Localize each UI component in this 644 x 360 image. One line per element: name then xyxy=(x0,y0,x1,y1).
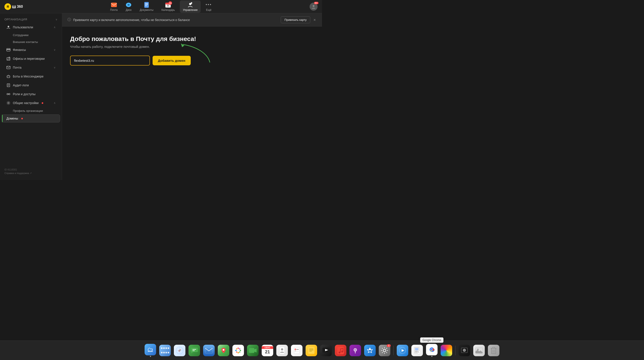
nav-disk-label: Диск xyxy=(126,8,132,11)
disk-nav-icon xyxy=(126,2,132,8)
sidebar-org-header[interactable]: Организация ∨ xyxy=(0,16,62,23)
svg-point-2 xyxy=(128,4,130,6)
sidebar-users-label: Пользователи xyxy=(13,25,33,29)
banner-info-icon: ⓘ xyxy=(68,17,71,22)
notification-badge: 99+ xyxy=(314,2,318,4)
external-label: Внешние контакты xyxy=(13,40,38,44)
svg-text:21: 21 xyxy=(167,4,170,7)
settings-red-dot xyxy=(42,102,43,104)
sidebar-org-chevron: ∨ xyxy=(56,18,58,21)
settings-sidebar-icon xyxy=(6,101,11,105)
svg-rect-19 xyxy=(7,66,10,69)
calendar-badge: 21 xyxy=(168,1,172,5)
info-banner: ⓘ Привяжите карту и включите автопополне… xyxy=(62,13,322,26)
sidebar-item-bots[interactable]: Боты в Мессенджере xyxy=(2,72,60,81)
sidebar-item-audit[interactable]: Аудит-логи xyxy=(2,81,60,89)
roles-icon xyxy=(6,92,11,96)
sidebar-item-external[interactable]: Внешние контакты xyxy=(2,39,60,45)
svg-point-13 xyxy=(8,26,9,27)
sidebar-users-chevron: ∧ xyxy=(54,26,56,29)
sidebar-help-link[interactable]: Справка и поддержка xyxy=(4,172,29,175)
sidebar-item-offices[interactable]: Офисы и переговорки xyxy=(2,54,60,63)
domain-input[interactable] xyxy=(70,56,150,66)
svg-rect-0 xyxy=(111,3,117,7)
svg-rect-20 xyxy=(7,75,10,78)
nav-more-label: Ещё xyxy=(206,8,212,11)
svg-rect-22 xyxy=(9,76,9,77)
mail-nav-icon xyxy=(111,2,117,8)
sidebar-offices-label: Офисы и переговорки xyxy=(13,57,44,60)
sidebar-item-roles[interactable]: Роли и доступы xyxy=(2,90,60,98)
domains-label: Домены xyxy=(6,117,18,120)
offices-icon xyxy=(6,56,11,61)
sidebar-item-org-profile[interactable]: Профиль организации xyxy=(2,108,60,114)
sidebar-item-finance[interactable]: Финансы ∨ xyxy=(2,46,60,54)
nav-calendar[interactable]: 21 21 Календарь xyxy=(158,0,178,13)
docs-nav-icon xyxy=(144,2,150,8)
welcome-title: Добро пожаловать в Почту для бизнеса! xyxy=(70,35,314,42)
sidebar-item-domains[interactable]: Домены xyxy=(2,114,60,122)
logo-360: 360 xyxy=(17,5,23,9)
sidebar-mail-chevron: ∨ xyxy=(54,66,56,69)
logo[interactable]: Я ш 360 xyxy=(4,3,31,10)
sidebar-settings-chevron: ∧ xyxy=(54,101,56,105)
main-content: ⓘ Привяжите карту и включите автопополне… xyxy=(62,13,322,180)
nav-more[interactable]: ••• Ещё xyxy=(202,0,215,13)
main-layout: Организация ∨ Пользователи ∧ Сотрудники … xyxy=(0,13,322,180)
sidebar: Организация ∨ Пользователи ∧ Сотрудники … xyxy=(0,13,62,180)
svg-point-31 xyxy=(9,93,10,95)
sidebar-item-settings[interactable]: Общие настройки ∧ xyxy=(2,99,60,107)
banner-text: Привяжите карту и включите автопополнени… xyxy=(73,18,278,22)
sidebar-settings-label: Общие настройки xyxy=(13,101,38,105)
nav-docs[interactable]: Документы xyxy=(136,0,156,13)
svg-point-12 xyxy=(313,5,314,7)
users-icon xyxy=(6,25,11,29)
nav-right: 99+ xyxy=(310,3,318,11)
finance-icon xyxy=(6,48,11,52)
nav-disk[interactable]: Диск xyxy=(122,0,135,13)
employees-label: Сотрудники xyxy=(13,33,28,37)
svg-rect-15 xyxy=(7,49,10,50)
active-indicator xyxy=(2,115,3,122)
domains-red-dot xyxy=(21,118,23,119)
domain-input-row: Добавить домен xyxy=(70,56,314,66)
nav-manage[interactable]: Управление xyxy=(180,0,201,13)
nav-manage-label: Управление xyxy=(183,8,198,11)
sidebar-finance-label: Финансы xyxy=(13,48,26,52)
attach-card-button[interactable]: Привязать карту xyxy=(281,16,310,23)
welcome-subtitle: Чтобы начать работу, подключите почтовый… xyxy=(70,45,314,48)
user-avatar-container[interactable]: 99+ xyxy=(310,3,318,11)
sidebar-bots-label: Боты в Мессенджере xyxy=(13,75,44,78)
sidebar-item-mail[interactable]: Почта ∨ xyxy=(2,63,60,72)
sidebar-id: ID 8118301 xyxy=(4,168,58,171)
audit-icon xyxy=(6,83,11,87)
org-profile-label: Профиль организации xyxy=(13,109,43,113)
calendar-nav-icon: 21 21 xyxy=(165,2,171,8)
svg-point-11 xyxy=(191,2,192,3)
sidebar-roles-label: Роли и доступы xyxy=(13,92,36,96)
welcome-section: Добро пожаловать в Почту для бизнеса! Чт… xyxy=(62,26,322,71)
more-nav-icon: ••• xyxy=(206,2,212,8)
nav-calendar-label: Календарь xyxy=(162,8,175,11)
logo-ya: Я xyxy=(4,3,11,10)
top-nav: Я ш 360 Почта Диск Документы xyxy=(0,0,322,13)
bots-icon xyxy=(6,74,11,79)
sidebar-footer: ID 8118301 Справка и поддержка ↗ xyxy=(0,166,62,177)
manage-nav-icon xyxy=(187,2,194,8)
add-domain-button[interactable]: Добавить домен xyxy=(152,56,191,65)
svg-point-30 xyxy=(7,93,8,95)
sidebar-audit-label: Аудит-логи xyxy=(13,83,29,87)
sidebar-org-label: Организация xyxy=(4,18,27,21)
sidebar-item-users[interactable]: Пользователи ∧ xyxy=(2,23,60,31)
sidebar-mail-label: Почта xyxy=(13,66,22,69)
nav-docs-label: Документы xyxy=(140,8,154,11)
svg-rect-21 xyxy=(8,76,8,77)
banner-close-button[interactable]: × xyxy=(312,17,317,23)
nav-mail[interactable]: Почта xyxy=(107,0,121,13)
top-nav-items: Почта Диск Документы 21 21 Календарь xyxy=(107,0,215,13)
mail-sidebar-icon xyxy=(6,65,11,70)
sidebar-item-employees[interactable]: Сотрудники xyxy=(2,32,60,38)
svg-point-33 xyxy=(8,102,9,104)
sidebar-finance-chevron: ∨ xyxy=(54,48,56,51)
nav-mail-label: Почта xyxy=(110,8,118,11)
